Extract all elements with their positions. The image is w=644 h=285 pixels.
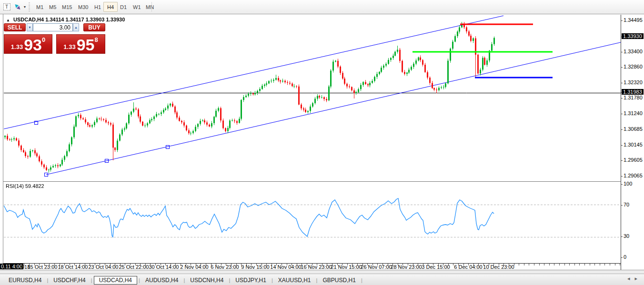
price-tick [621, 145, 623, 146]
price-tick [621, 129, 623, 130]
price-label: 1.30145 [624, 142, 643, 147]
volume-input[interactable] [33, 23, 73, 31]
window-left-border [3, 14, 3, 270]
arrow-style-icon [13, 3, 22, 11]
sell-button[interactable]: SELL [4, 23, 26, 31]
price-label: 1.32320 [624, 79, 643, 85]
time-label: 30 Oct 14:00 [149, 264, 179, 270]
rsi-axis-label: 30 [624, 233, 629, 239]
rsi-tick [621, 205, 623, 206]
chart-tab-xauusd[interactable]: XAUUSD,H1 [274, 276, 315, 284]
price-label: 1.33400 [624, 49, 643, 54]
timeframe-button-h1[interactable]: H1 [91, 2, 105, 12]
chart-tab-gbpusd[interactable]: GBPUSD,H1 [319, 276, 360, 284]
timeframe-button-m30[interactable]: M30 [74, 2, 92, 12]
volume-increase-button[interactable]: ▲ [73, 23, 79, 31]
time-label: 6 Dec 04:00 [454, 264, 482, 270]
price-label: 1.29605 [624, 157, 643, 163]
text-tool-icon: T [3, 3, 10, 10]
rsi-value: 59.4822 [25, 183, 44, 189]
tab-scroll-left-icon[interactable]: ◂ [627, 275, 635, 281]
rsi-axis-label: 100 [624, 181, 632, 187]
arrow-style-button[interactable] [13, 2, 22, 12]
chart-tab-audusd[interactable]: AUDUSD,H4 [141, 276, 182, 284]
tab-scroll-arrows[interactable]: ◂▸ [627, 275, 642, 282]
time-label: 18 Oct 14:00 [58, 264, 88, 270]
ohlc-open: 1.34114 [45, 17, 64, 22]
mt4-window: T ▾ M1M5M15M30H1H4D1W1MN ▲ USDCAD,H4 1.3… [0, 0, 644, 285]
price-tick [621, 83, 623, 83]
sell-price-big: 93 [24, 39, 42, 52]
time-label: 21 Nov 15:00 [331, 264, 362, 270]
tab-separator: | [227, 277, 231, 283]
tab-separator: | [270, 277, 274, 283]
price-tick [621, 67, 623, 68]
toolbar-separator [151, 2, 152, 12]
rsi-tick [621, 236, 623, 237]
sell-price-panel[interactable]: 1.33 93 0 [4, 34, 52, 54]
chart-symbol: USDCAD,H4 [13, 17, 44, 22]
rsi-tick [621, 184, 623, 185]
toolbar-grip [29, 2, 30, 11]
collapse-triangle-icon[interactable]: ▲ [6, 18, 10, 22]
buy-price-sup: 8 [94, 36, 98, 43]
price-label: 1.31240 [624, 110, 643, 116]
timeframe-button-mn[interactable]: MN [142, 2, 158, 12]
timeframe-button-h4[interactable]: H4 [103, 2, 118, 12]
price-tick [621, 114, 623, 114]
tab-separator: | [90, 277, 94, 283]
price-label: 1.29065 [624, 173, 643, 178]
buy-price-base: 1.33 [63, 43, 75, 50]
ohlc-close: 1.33930 [106, 17, 125, 22]
time-label: 14 Nov 04:00 [270, 264, 301, 270]
time-label: 10 Dec 23:00 [483, 264, 514, 270]
tab-separator: | [360, 277, 362, 283]
price-tick [621, 160, 623, 161]
price-tick [621, 52, 623, 52]
rsi-tick [621, 257, 623, 258]
timeframe-button-d1[interactable]: D1 [116, 2, 131, 12]
price-axis-border [621, 15, 621, 270]
volume-decrease-button[interactable]: ▼ [27, 23, 33, 31]
status-strip [0, 270, 644, 274]
one-click-trading-panel: SELL ▼ ▲ BUY 1.33 93 0 1.33 95 8 [4, 23, 105, 54]
buy-button[interactable]: BUY [83, 23, 105, 31]
rsi-chart-canvas[interactable] [4, 182, 621, 263]
rsi-label: RSI(14) 59.4822 [6, 183, 44, 189]
tab-scroll-right-icon[interactable]: ▸ [634, 275, 642, 281]
arrow-style-dropdown-caret[interactable]: ▾ [22, 2, 27, 12]
time-label: 28 Nov 23:00 [391, 264, 422, 270]
price-label: 1.30685 [624, 126, 643, 132]
chart-tab-eurusd[interactable]: EURUSD,H4 [5, 276, 45, 284]
sell-price-sup: 0 [42, 36, 45, 43]
time-label: 2 Nov 04:00 [180, 264, 208, 270]
time-label: 15 Oct 23:00 [28, 264, 58, 270]
chart-tab-usdcad[interactable]: USDCAD,H4 [94, 276, 137, 285]
chart-tab-usdjpy[interactable]: USDJPY,H1 [231, 276, 270, 284]
time-label: 3 Dec 15:00 [422, 264, 450, 270]
rsi-name: RSI(14) [6, 183, 24, 189]
toolbar: T ▾ M1M5M15M30H1H4D1W1MN [0, 0, 644, 14]
price-tick [621, 176, 623, 177]
time-axis-highlighted-label: 0.11 4:00 [0, 264, 23, 269]
ohlc-low: 1.33903 [86, 17, 105, 22]
buy-price-panel[interactable]: 1.33 95 8 [56, 34, 105, 54]
sell-price-base: 1.33 [11, 43, 23, 50]
price-label-highlighted: 1.31983 [622, 89, 644, 95]
rsi-axis-label: 0 [624, 254, 626, 260]
time-label: 23 Oct 04:00 [89, 264, 119, 270]
price-label-highlighted: 1.33930 [622, 33, 644, 39]
chart-title: ▲ USDCAD,H4 1.34114 1.34117 1.33903 1.33… [6, 17, 125, 22]
time-label: 26 Nov 07:00 [361, 264, 392, 270]
chart-tab-bar: EURUSD,H4 | USDCHF,H4 | USDCAD,H4 | AUDU… [0, 274, 644, 285]
text-tool-button[interactable]: T [2, 2, 11, 12]
chart-tab-usdcnh[interactable]: USDCNH,H4 [186, 276, 227, 284]
time-label: 16 Nov 23:00 [301, 264, 332, 270]
buy-price-big: 95 [77, 39, 95, 52]
time-label: 6 Nov 23:00 [211, 264, 239, 270]
timeframe-button-m15[interactable]: M15 [58, 2, 76, 12]
price-tick [621, 20, 623, 21]
tab-separator: | [45, 277, 50, 283]
price-label: 1.32860 [624, 64, 643, 69]
chart-tab-usdchf[interactable]: USDCHF,H4 [50, 276, 89, 284]
